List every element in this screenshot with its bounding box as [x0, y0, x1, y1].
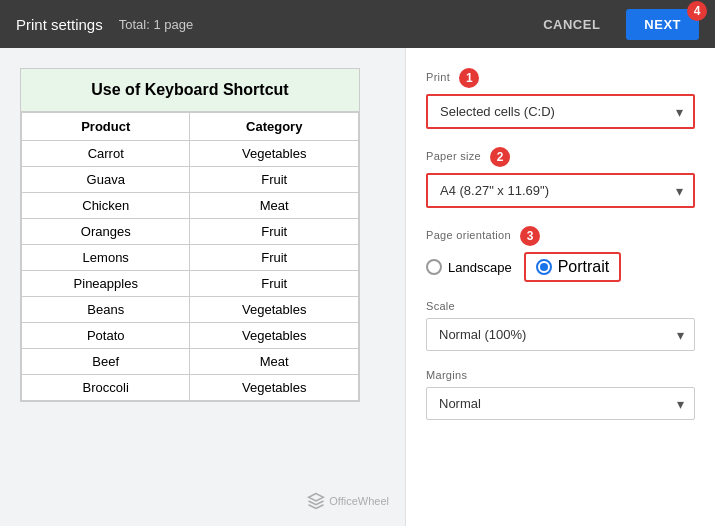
margins-select[interactable]: Normal Narrow Wide — [427, 388, 694, 419]
spreadsheet-container: Use of Keyboard Shortcut Product Categor… — [20, 68, 360, 402]
table-cell: Oranges — [22, 219, 190, 245]
landscape-option[interactable]: Landscape — [426, 259, 512, 275]
margins-label: Margins — [426, 369, 695, 381]
table-cell: Fruit — [190, 245, 359, 271]
badge-3: 3 — [520, 226, 540, 246]
orientation-label: Page orientation 3 — [426, 226, 695, 246]
table-cell: Potato — [22, 323, 190, 349]
table-row: CarrotVegetables — [22, 141, 359, 167]
table-cell: Vegetables — [190, 323, 359, 349]
table-cell: Pineapples — [22, 271, 190, 297]
scale-setting-group: Scale Normal (100%) Fit to width Fit to … — [426, 300, 695, 351]
watermark: OfficeWheel — [307, 492, 389, 510]
page-subtitle: Total: 1 page — [119, 17, 193, 32]
sheet-title: Use of Keyboard Shortcut — [21, 69, 359, 112]
table-cell: Beans — [22, 297, 190, 323]
main-content: Use of Keyboard Shortcut Product Categor… — [0, 48, 715, 526]
table-header-row: Product Category — [22, 113, 359, 141]
sheet-table: Product Category CarrotVegetablesGuavaFr… — [21, 112, 359, 401]
print-label: Print 1 — [426, 68, 695, 88]
print-setting-group: Print 1 Selected cells (C:D) Current she… — [426, 68, 695, 129]
table-row: PineapplesFruit — [22, 271, 359, 297]
landscape-radio[interactable] — [426, 259, 442, 275]
table-cell: Carrot — [22, 141, 190, 167]
paper-size-select-wrapper[interactable]: A4 (8.27" x 11.69") Letter (8.5" x 11") … — [426, 173, 695, 208]
table-cell: Vegetables — [190, 141, 359, 167]
table-cell: Meat — [190, 193, 359, 219]
table-cell: Vegetables — [190, 375, 359, 401]
table-cell: Broccoli — [22, 375, 190, 401]
print-select[interactable]: Selected cells (C:D) Current sheet Workb… — [428, 96, 693, 127]
orientation-setting-group: Page orientation 3 Landscape Portrait — [426, 226, 695, 282]
scale-label: Scale — [426, 300, 695, 312]
portrait-radio-inner — [540, 263, 548, 271]
table-row: OrangesFruit — [22, 219, 359, 245]
paper-size-select[interactable]: A4 (8.27" x 11.69") Letter (8.5" x 11") … — [428, 175, 693, 206]
orientation-row: Landscape Portrait — [426, 252, 695, 282]
print-select-wrapper[interactable]: Selected cells (C:D) Current sheet Workb… — [426, 94, 695, 129]
table-cell: Fruit — [190, 167, 359, 193]
table-cell: Guava — [22, 167, 190, 193]
scale-select-wrapper[interactable]: Normal (100%) Fit to width Fit to page ▾ — [426, 318, 695, 351]
portrait-label: Portrait — [558, 258, 610, 276]
watermark-icon — [307, 492, 325, 510]
table-row: BeefMeat — [22, 349, 359, 375]
table-row: BeansVegetables — [22, 297, 359, 323]
table-cell: Fruit — [190, 219, 359, 245]
table-cell: Fruit — [190, 271, 359, 297]
table-row: GuavaFruit — [22, 167, 359, 193]
table-cell: Vegetables — [190, 297, 359, 323]
paper-size-label: Paper size 2 — [426, 147, 695, 167]
table-row: LemonsFruit — [22, 245, 359, 271]
table-row: ChickenMeat — [22, 193, 359, 219]
landscape-label: Landscape — [448, 260, 512, 275]
settings-panel: Print 1 Selected cells (C:D) Current she… — [405, 48, 715, 526]
table-cell: Beef — [22, 349, 190, 375]
paper-size-setting-group: Paper size 2 A4 (8.27" x 11.69") Letter … — [426, 147, 695, 208]
table-cell: Meat — [190, 349, 359, 375]
table-row: BroccoliVegetables — [22, 375, 359, 401]
table-cell: Lemons — [22, 245, 190, 271]
table-cell: Chicken — [22, 193, 190, 219]
portrait-radio[interactable] — [536, 259, 552, 275]
badge-4: 4 — [687, 1, 707, 21]
page-title: Print settings — [16, 16, 103, 33]
cancel-button[interactable]: CANCEL — [533, 11, 610, 38]
watermark-text: OfficeWheel — [329, 495, 389, 507]
badge-1: 1 — [459, 68, 479, 88]
scale-select[interactable]: Normal (100%) Fit to width Fit to page — [427, 319, 694, 350]
header: Print settings Total: 1 page CANCEL NEXT… — [0, 0, 715, 48]
col-product: Product — [22, 113, 190, 141]
portrait-box[interactable]: Portrait — [524, 252, 622, 282]
badge-2: 2 — [490, 147, 510, 167]
margins-setting-group: Margins Normal Narrow Wide ▾ — [426, 369, 695, 420]
spreadsheet-preview: Use of Keyboard Shortcut Product Categor… — [0, 48, 405, 526]
col-category: Category — [190, 113, 359, 141]
table-row: PotatoVegetables — [22, 323, 359, 349]
margins-select-wrapper[interactable]: Normal Narrow Wide ▾ — [426, 387, 695, 420]
